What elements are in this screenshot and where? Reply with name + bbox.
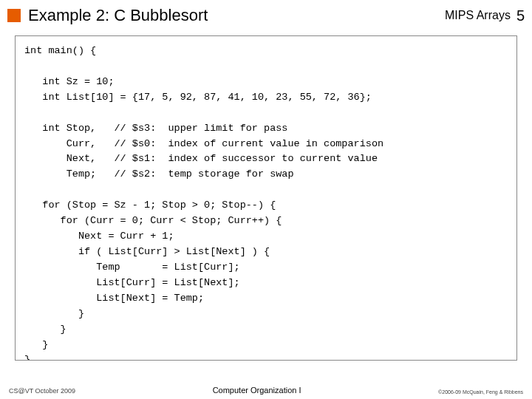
slide-header: Example 2: C Bubblesort MIPS Arrays 5 [0, 0, 532, 30]
bullet-box-icon [7, 9, 21, 22]
footer-right: ©2006-09 McQuain, Feng & Ribbens [438, 389, 523, 395]
page-number: 5 [516, 7, 525, 24]
slide-title: Example 2: C Bubblesort [28, 6, 445, 25]
footer-left: CS@VT October 2009 [9, 387, 75, 395]
code-block: int main() { int Sz = 10; int List[10] =… [15, 35, 517, 361]
slide-footer: CS@VT October 2009 Computer Organization… [0, 386, 532, 395]
footer-center: Computer Organization I [213, 386, 301, 395]
topic-label: MIPS Arrays [445, 9, 511, 22]
